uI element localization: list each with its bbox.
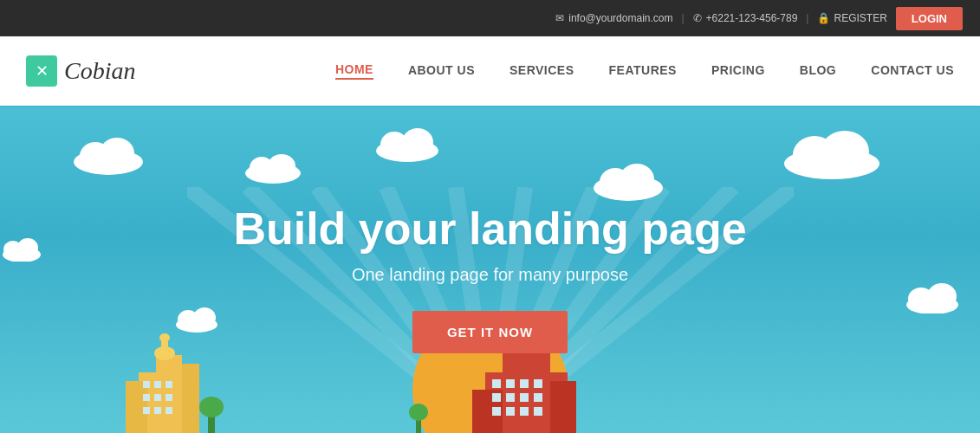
- svg-rect-58: [492, 393, 501, 402]
- svg-rect-41: [143, 381, 150, 388]
- nav-blog[interactable]: BLOG: [800, 63, 836, 79]
- login-button[interactable]: LOGIN: [896, 7, 963, 30]
- svg-rect-48: [154, 407, 161, 414]
- svg-rect-65: [534, 407, 542, 416]
- nav-home[interactable]: HOME: [335, 62, 373, 80]
- nav-contact[interactable]: CONTACT US: [871, 63, 954, 79]
- svg-rect-55: [506, 379, 515, 388]
- divider-2: |: [806, 12, 808, 24]
- svg-point-27: [17, 238, 38, 257]
- cloud-1: [69, 132, 147, 178]
- email-item: ✉ info@yourdomain.com: [555, 12, 672, 24]
- logo-area: ✕ Cobian: [26, 55, 135, 87]
- phone-item: ✆ +6221-123-456-789: [693, 12, 798, 24]
- cloud-3: [373, 123, 442, 165]
- lock-icon: 🔒: [817, 12, 830, 24]
- svg-rect-49: [165, 407, 172, 414]
- hero-section: Build your landing page One landing page…: [0, 106, 980, 433]
- svg-rect-60: [520, 393, 529, 402]
- svg-point-69: [199, 397, 224, 417]
- svg-rect-47: [143, 407, 150, 414]
- phone-text: +6221-123-456-789: [706, 12, 798, 24]
- svg-point-24: [821, 131, 869, 172]
- svg-rect-62: [492, 407, 501, 416]
- svg-point-30: [927, 283, 957, 309]
- nav-pricing[interactable]: PRICING: [711, 63, 765, 79]
- svg-rect-46: [165, 394, 172, 401]
- divider-1: |: [681, 12, 684, 24]
- email-text: info@yourdomain.com: [568, 12, 672, 24]
- cloud-5: [780, 127, 884, 183]
- register-link[interactable]: 🔒 REGISTER: [817, 12, 886, 24]
- svg-point-21: [620, 164, 654, 195]
- svg-point-71: [409, 404, 428, 421]
- nav-features[interactable]: FEATURES: [609, 63, 677, 79]
- hero-subtitle: One landing page for many purpose: [352, 265, 628, 285]
- svg-rect-43: [165, 381, 172, 388]
- svg-point-18: [402, 128, 433, 156]
- logo-text: Cobian: [64, 57, 135, 85]
- nav-services[interactable]: SERVICES: [509, 63, 574, 79]
- svg-rect-59: [506, 393, 515, 402]
- svg-rect-63: [506, 407, 515, 416]
- svg-point-33: [193, 307, 216, 328]
- nav-about[interactable]: ABOUT US: [408, 63, 475, 79]
- phone-icon: ✆: [693, 12, 702, 24]
- cta-button[interactable]: GET IT NOW: [412, 311, 568, 353]
- cloud-7: [902, 279, 963, 317]
- svg-rect-42: [154, 381, 161, 388]
- svg-point-40: [159, 333, 170, 342]
- svg-rect-57: [534, 379, 542, 388]
- svg-rect-56: [520, 379, 529, 388]
- svg-rect-64: [520, 407, 529, 416]
- email-icon: ✉: [555, 12, 564, 24]
- register-label: REGISTER: [834, 12, 886, 24]
- svg-rect-53: [550, 381, 576, 433]
- logo-icon: ✕: [26, 55, 57, 87]
- svg-point-15: [268, 154, 295, 178]
- cloud-4: [589, 158, 667, 204]
- svg-point-12: [100, 138, 134, 169]
- cloud-8: [173, 305, 221, 336]
- top-bar: ✉ info@yourdomain.com | ✆ +6221-123-456-…: [0, 0, 980, 36]
- svg-rect-45: [154, 394, 161, 401]
- svg-rect-54: [492, 379, 501, 388]
- cloud-6: [0, 236, 43, 265]
- cloud-2: [243, 149, 303, 187]
- nav-links: HOME ABOUT US SERVICES FEATURES PRICING …: [335, 62, 954, 80]
- hero-title: Build your landing page: [233, 203, 746, 255]
- svg-rect-37: [182, 364, 199, 433]
- navbar: ✕ Cobian HOME ABOUT US SERVICES FEATURES…: [0, 36, 980, 106]
- svg-rect-44: [143, 394, 150, 401]
- svg-rect-61: [534, 393, 542, 402]
